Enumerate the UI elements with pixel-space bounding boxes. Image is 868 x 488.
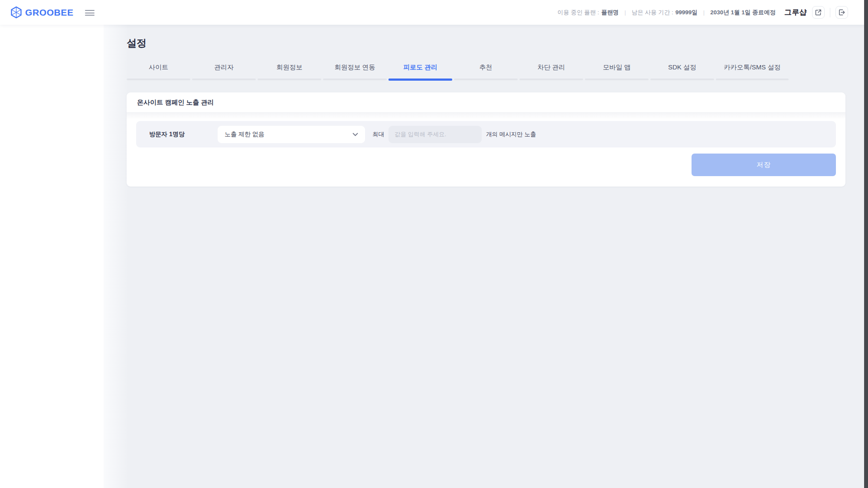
plan-value: 플랜명 [601, 9, 619, 16]
fatigue-rule-row: 방문자 1명당 노출 제한 없음 최대 개의 메시지만 노출 [136, 121, 836, 147]
header-right: 이용 중인 플랜 : 플랜명 | 남은 사용 기간 : 99999일 | 203… [558, 6, 868, 19]
fatigue-settings-card: 온사이트 캠페인 노출 관리 방문자 1명당 노출 제한 없음 최대 개 [127, 92, 845, 187]
exposure-limit-select[interactable]: 노출 제한 없음 [218, 126, 365, 143]
plan-label: 이용 중인 플랜 : [558, 9, 599, 16]
plan-info: 이용 중인 플랜 : 플랜명 | 남은 사용 기간 : 99999일 | 203… [558, 9, 776, 16]
max-label: 최대 [372, 131, 384, 138]
tab-6[interactable]: 차단 관리 [519, 63, 583, 81]
settings-tab-bar: 사이트관리자회원정보회원정보 연동피로도 관리추천차단 관리모바일 앱SDK 설… [127, 63, 845, 81]
icon-divider [830, 8, 830, 17]
hamburger-menu-icon[interactable] [85, 10, 95, 16]
divider: | [703, 9, 705, 16]
tab-label: SDK 설정 [650, 63, 714, 79]
tab-label: 회원정보 연동 [323, 63, 387, 79]
tab-4[interactable]: 피로도 관리 [388, 63, 452, 81]
tab-7[interactable]: 모바일 앱 [585, 63, 649, 81]
tab-label: 회원정보 [258, 63, 321, 79]
tab-label: 추천 [454, 63, 518, 79]
tab-label: 카카오톡/SMS 설정 [716, 63, 789, 79]
tab-underline [127, 79, 190, 80]
tab-underline [454, 79, 518, 80]
remaining-value: 99999일 [675, 9, 698, 16]
max-count-input[interactable] [388, 126, 482, 143]
expiry-date: 2030년 1월 1일 종료예정 [710, 9, 776, 16]
visitor-per-label: 방문자 1명당 [149, 131, 218, 138]
logout-icon [839, 9, 845, 16]
tab-underline [650, 79, 714, 80]
tab-underline [519, 79, 583, 80]
logo-zone: GROOBEE [0, 0, 104, 25]
tab-label: 관리자 [192, 63, 256, 79]
tab-underline [258, 79, 321, 80]
tab-underline [716, 79, 789, 80]
open-shop-button[interactable] [812, 6, 825, 19]
tab-label: 차단 관리 [519, 63, 583, 79]
tab-1[interactable]: 관리자 [192, 63, 256, 81]
tab-9[interactable]: 카카오톡/SMS 설정 [716, 63, 789, 81]
tab-2[interactable]: 회원정보 [258, 63, 321, 81]
tab-8[interactable]: SDK 설정 [650, 63, 714, 81]
save-button[interactable]: 저장 [692, 154, 836, 176]
tab-underline [323, 79, 387, 80]
scrollbar-gutter[interactable] [864, 0, 868, 488]
sidebar [0, 25, 104, 488]
tab-underline [585, 79, 649, 80]
brand-name: GROOBEE [25, 7, 74, 18]
tab-label: 사이트 [127, 63, 190, 79]
tab-label: 모바일 앱 [585, 63, 649, 79]
tab-0[interactable]: 사이트 [127, 63, 190, 81]
divider: | [624, 9, 626, 16]
card-title: 온사이트 캠페인 노출 관리 [127, 92, 845, 113]
external-link-icon [815, 9, 822, 16]
chevron-down-icon [352, 133, 358, 136]
tab-label: 피로도 관리 [388, 63, 452, 79]
top-header: GROOBEE 이용 중인 플랜 : 플랜명 | 남은 사용 기간 : 9999… [0, 0, 868, 25]
groobee-hexagon-icon [10, 6, 22, 19]
tab-5[interactable]: 추천 [454, 63, 518, 81]
tab-3[interactable]: 회원정보 연동 [323, 63, 387, 81]
shop-name: 그루샵 [784, 7, 807, 17]
brand-logo[interactable]: GROOBEE [10, 6, 74, 19]
logout-button[interactable] [835, 6, 848, 19]
tab-underline [388, 79, 452, 81]
remaining-label: 남은 사용 기간 : [632, 9, 673, 16]
page-title: 설정 [127, 36, 845, 50]
messages-only-suffix: 개의 메시지만 노출 [486, 131, 536, 138]
main-content: 설정 사이트관리자회원정보회원정보 연동피로도 관리추천차단 관리모바일 앱SD… [104, 25, 864, 488]
exposure-limit-value: 노출 제한 없음 [225, 131, 264, 138]
tab-underline [192, 79, 256, 80]
